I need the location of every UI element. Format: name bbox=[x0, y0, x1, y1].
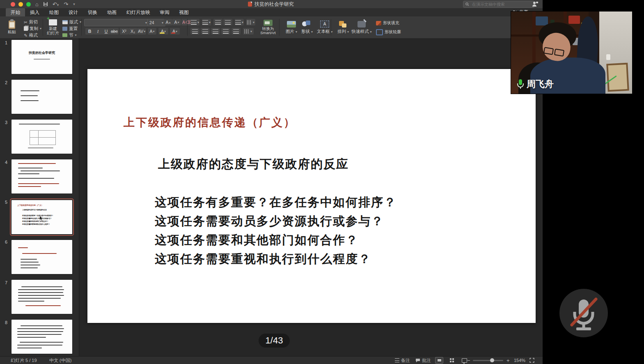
paste-button[interactable]: 粘贴 bbox=[3, 18, 21, 37]
thumb1-title: 扶贫的社会学研究 bbox=[11, 51, 72, 55]
slide-thumbnail-panel: 1 扶贫的社会学研究 2 3 4 bbox=[0, 38, 79, 357]
align-left-button[interactable] bbox=[190, 28, 199, 35]
decrease-indent-button[interactable] bbox=[213, 19, 222, 25]
strikethrough-button[interactable]: abc bbox=[110, 28, 119, 35]
font-name-combo[interactable]: ▾ bbox=[84, 19, 149, 26]
tab-home[interactable]: 开始 bbox=[6, 8, 25, 16]
new-slide-button[interactable]: 新建幻灯片 bbox=[44, 18, 62, 37]
zoom-percentage[interactable]: 154% bbox=[514, 357, 525, 364]
slide-thumbnail-5-selected[interactable]: 上下级政府的信息传递（广义） 上级政府的态度与下级政府的反应 这项任务有多重要？… bbox=[11, 200, 72, 234]
reset-button[interactable]: 重置 bbox=[62, 25, 78, 32]
new-slide-icon bbox=[49, 19, 57, 25]
home-icon[interactable]: ⌂ bbox=[35, 1, 39, 7]
shape-fill-button[interactable]: 形状填充 bbox=[376, 20, 399, 26]
layout-button[interactable]: 版式▾ bbox=[62, 19, 81, 25]
tab-animations[interactable]: 动画 bbox=[102, 8, 121, 16]
textbox-button[interactable]: A文本框 ▾ bbox=[314, 18, 336, 37]
increase-indent-button[interactable] bbox=[223, 19, 232, 25]
numbering-button[interactable]: ▾ bbox=[202, 19, 211, 25]
line-spacing-button[interactable]: ▾ bbox=[235, 19, 244, 25]
slide-body-question-1[interactable]: 这项任务有多重要？在多任务中如何排序？ bbox=[155, 194, 396, 211]
shapes-icon bbox=[302, 21, 312, 28]
slide-body-question-4[interactable]: 这项任务需要重视和执行到什么程度？ bbox=[155, 251, 371, 267]
tab-design[interactable]: 设计 bbox=[64, 8, 83, 16]
maximize-window-button[interactable] bbox=[26, 2, 31, 7]
highlight-color-button[interactable]: A▾ bbox=[158, 28, 168, 35]
shape-outline-button[interactable]: 形状轮廓 bbox=[376, 29, 401, 35]
tab-draw[interactable]: 绘图 bbox=[44, 8, 64, 16]
notes-button[interactable]: 备注 bbox=[395, 357, 410, 364]
subscript-button[interactable]: X₂ bbox=[128, 28, 137, 35]
shrink-font-button[interactable]: A▾ bbox=[172, 19, 181, 25]
copy-dropdown-icon[interactable]: ▾ bbox=[40, 27, 41, 30]
section-icon bbox=[62, 33, 67, 37]
format-painter-button[interactable]: ✎格式 bbox=[24, 32, 38, 38]
smartart-icon bbox=[264, 20, 273, 26]
copy-button[interactable]: 复制▾ bbox=[24, 25, 41, 32]
bold-button[interactable]: B bbox=[85, 28, 94, 35]
convert-to-smartart-button[interactable]: 转换为SmartArt bbox=[259, 18, 277, 37]
muted-mic-button[interactable] bbox=[559, 289, 608, 337]
align-right-button[interactable] bbox=[211, 28, 220, 35]
section-button[interactable]: 节▾ bbox=[62, 32, 77, 38]
current-slide[interactable]: 上下级政府的信息传递（广义） 上级政府的态度与下级政府的反应 这项任务有多重要？… bbox=[87, 69, 536, 323]
undo-icon[interactable]: ↶▾ bbox=[53, 1, 59, 7]
comments-button[interactable]: 批注 bbox=[415, 357, 431, 364]
slide-body-question-2[interactable]: 这项任务需要动员多少资源执行或参与？ bbox=[155, 213, 384, 230]
save-icon[interactable] bbox=[44, 2, 48, 6]
presentation-app-window: ⌂ ↶▾ ↷ ▾ 扶贫的社会学研究 开始 插入 绘图 设计 切换 动画 bbox=[0, 0, 543, 364]
tab-insert[interactable]: 插入 bbox=[25, 8, 44, 16]
font-size-combo[interactable]: 24▾ bbox=[147, 19, 165, 26]
justify-button[interactable] bbox=[221, 28, 230, 35]
search-box[interactable] bbox=[463, 1, 534, 8]
slide-thumbnail-6[interactable] bbox=[11, 240, 72, 274]
align-center-button[interactable] bbox=[201, 28, 210, 35]
columns-button[interactable]: ▾ bbox=[243, 28, 254, 35]
close-window-button[interactable] bbox=[11, 2, 15, 7]
fit-slide-button[interactable] bbox=[529, 357, 534, 364]
font-color-button[interactable]: A▾ bbox=[170, 28, 180, 35]
slide-thumbnail-2[interactable] bbox=[11, 80, 72, 114]
zoom-slider[interactable] bbox=[473, 357, 503, 364]
thumb3-table bbox=[30, 130, 56, 145]
minimize-window-button[interactable] bbox=[18, 2, 23, 7]
quick-access-toolbar: ⌂ ↶▾ ↷ ▾ bbox=[35, 0, 75, 8]
normal-view-button[interactable] bbox=[435, 357, 443, 364]
slide-thumbnail-8[interactable] bbox=[11, 320, 72, 354]
slide-thumbnail-1[interactable]: 扶贫的社会学研究 bbox=[11, 40, 72, 74]
grow-font-button[interactable]: A▴ bbox=[164, 19, 172, 25]
tab-view[interactable]: 视图 bbox=[174, 8, 194, 16]
webcam-video-tile[interactable]: 周飞舟 bbox=[511, 12, 632, 94]
search-input[interactable] bbox=[471, 2, 526, 7]
italic-button[interactable]: I bbox=[94, 28, 102, 35]
slide-title-text[interactable]: 上下级政府的信息传递（广义） bbox=[124, 115, 296, 130]
thumb-number-4: 4 bbox=[5, 160, 7, 165]
cut-button[interactable]: ✂剪切 bbox=[24, 19, 38, 25]
tab-review[interactable]: 审阅 bbox=[155, 8, 174, 16]
zoom-slider-knob[interactable] bbox=[490, 358, 494, 362]
textbox-icon: A bbox=[320, 21, 329, 28]
slide-body-question-3[interactable]: 这项任务需要和其他部门如何合作？ bbox=[155, 232, 358, 249]
zoom-out-button[interactable]: − bbox=[467, 357, 470, 364]
presenter-icon[interactable] bbox=[532, 1, 539, 7]
zoom-in-button[interactable]: + bbox=[506, 357, 510, 364]
text-direction-button[interactable]: ▾ bbox=[246, 19, 255, 25]
tab-transitions[interactable]: 切换 bbox=[83, 8, 102, 16]
quick-styles-button[interactable]: 快速样式 ▾ bbox=[350, 18, 374, 37]
slide-thumbnail-3[interactable] bbox=[11, 120, 72, 154]
search-icon bbox=[465, 2, 469, 6]
superscript-button[interactable]: X² bbox=[120, 28, 128, 35]
text-effects-button[interactable]: A▾ bbox=[148, 28, 156, 35]
customize-toolbar-icon[interactable]: ▾ bbox=[73, 2, 75, 6]
slide-sorter-view-button[interactable] bbox=[448, 357, 456, 363]
character-spacing-button[interactable]: AV▾ bbox=[137, 28, 146, 35]
slide-editor-canvas: 上下级政府的信息传递（广义） 上级政府的态度与下级政府的反应 这项任务有多重要？… bbox=[79, 38, 543, 357]
slide-body-line-1[interactable]: 上级政府的态度与下级政府的反应 bbox=[158, 156, 349, 173]
slide-thumbnail-4[interactable] bbox=[11, 159, 72, 194]
redo-icon[interactable]: ↷ bbox=[64, 1, 68, 7]
distribute-text-button[interactable] bbox=[231, 28, 241, 35]
underline-button[interactable]: U bbox=[102, 28, 110, 35]
tab-slideshow[interactable]: 幻灯片放映 bbox=[121, 8, 155, 16]
slide-thumbnail-7[interactable] bbox=[11, 280, 72, 314]
bullets-button[interactable]: ▾ bbox=[190, 19, 199, 25]
